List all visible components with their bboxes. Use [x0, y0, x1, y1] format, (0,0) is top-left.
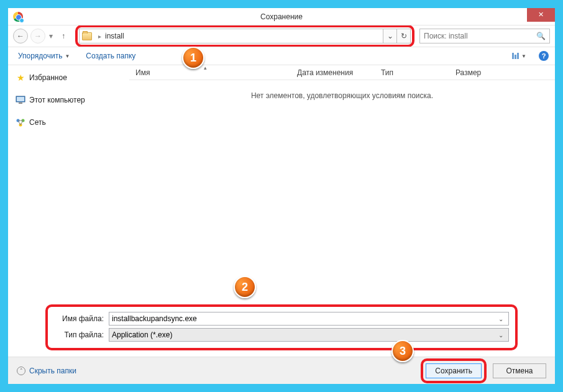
- sidebar-item-label: Избранное: [29, 73, 67, 82]
- chevron-down-icon[interactable]: ⌄: [496, 316, 506, 322]
- filename-value: installbackupandsync.exe: [112, 314, 197, 323]
- sidebar-item-label: Сеть: [29, 118, 46, 127]
- hide-folders-link[interactable]: ˄ Скрыть папки: [17, 367, 76, 375]
- computer-icon: [16, 95, 25, 105]
- view-icon: [512, 53, 519, 59]
- filetype-value: Application (*.exe): [112, 330, 172, 339]
- bottom-panel: Имя файла: installbackupandsync.exe ⌄ Ти…: [8, 304, 555, 384]
- navigation-row: ← → ▾ ↑ ▸ install ⌄ ↻ 🔍: [8, 25, 555, 47]
- svg-rect-2: [19, 103, 22, 104]
- column-date[interactable]: Дата изменения: [291, 68, 375, 77]
- empty-list-message: Нет элементов, удовлетворяющих условиям …: [129, 80, 555, 111]
- sidebar-item-favorites[interactable]: ★ Избранное: [14, 70, 123, 85]
- file-list-area: ▴ Имя Дата изменения Тип Размер Нет элем…: [129, 65, 555, 285]
- new-folder-button[interactable]: Создать папку: [82, 49, 139, 63]
- path-chevron-icon: ▸: [98, 33, 101, 40]
- save-dialog-window: 1 2 3 Сохранение ✕ ← → ▾ ↑ ▸ install ⌄ ↻…: [0, 0, 563, 392]
- save-button[interactable]: Сохранить: [426, 363, 482, 378]
- sort-arrow-icon: ▴: [204, 65, 207, 71]
- search-icon[interactable]: 🔍: [536, 32, 546, 40]
- nav-dropdown[interactable]: ▾: [48, 32, 54, 40]
- back-button[interactable]: ←: [13, 29, 28, 43]
- folder-icon: [82, 32, 92, 40]
- view-menu[interactable]: ▼: [508, 50, 530, 62]
- filename-highlight: Имя файла: installbackupandsync.exe ⌄ Ти…: [45, 304, 518, 350]
- filename-label: Имя файла:: [54, 314, 109, 323]
- organize-menu[interactable]: Упорядочить▼: [14, 49, 73, 63]
- cancel-button[interactable]: Отмена: [493, 363, 546, 378]
- callout-2: 2: [234, 276, 256, 298]
- toolbar: Упорядочить▼ Создать папку ▼ ?: [8, 47, 555, 65]
- footer: ˄ Скрыть папки Сохранить Отмена: [8, 357, 555, 384]
- filetype-select[interactable]: Application (*.exe) ⌄: [109, 328, 509, 342]
- column-size[interactable]: Размер: [449, 68, 499, 77]
- up-button[interactable]: ↑: [57, 29, 70, 43]
- forward-button[interactable]: →: [30, 29, 45, 43]
- titlebar: Сохранение ✕: [8, 8, 555, 25]
- filename-input[interactable]: installbackupandsync.exe ⌄: [109, 312, 509, 326]
- address-bar[interactable]: ▸ install: [79, 29, 383, 43]
- column-name[interactable]: Имя: [129, 68, 291, 77]
- network-icon: [16, 117, 25, 127]
- sidebar-item-thispc[interactable]: Этот компьютер: [14, 93, 123, 107]
- chevron-up-icon: ˄: [17, 367, 25, 375]
- filetype-label: Тип файла:: [54, 330, 109, 339]
- content-area: ★ Избранное Этот компьютер Сеть ▴ Имя Да…: [8, 65, 555, 285]
- address-dropdown[interactable]: ⌄: [383, 29, 397, 43]
- chevron-down-icon[interactable]: ⌄: [496, 332, 506, 339]
- sidebar: ★ Избранное Этот компьютер Сеть: [8, 65, 129, 285]
- svg-rect-1: [17, 97, 24, 101]
- chrome-icon: [13, 12, 23, 22]
- address-highlight: ▸ install ⌄ ↻: [75, 25, 414, 47]
- column-type[interactable]: Тип: [375, 68, 449, 77]
- callout-3: 3: [391, 340, 414, 362]
- star-icon: ★: [16, 73, 25, 83]
- address-path: install: [105, 32, 124, 40]
- sidebar-item-network[interactable]: Сеть: [14, 115, 123, 130]
- save-highlight: Сохранить: [421, 358, 487, 383]
- window-title: Сохранение: [260, 12, 303, 21]
- search-box[interactable]: 🔍: [419, 29, 550, 43]
- sidebar-item-label: Этот компьютер: [29, 96, 85, 104]
- refresh-button[interactable]: ↻: [397, 29, 411, 43]
- search-input[interactable]: [424, 32, 536, 40]
- help-button[interactable]: ?: [539, 51, 549, 61]
- close-button[interactable]: ✕: [527, 8, 555, 22]
- callout-1: 1: [182, 47, 204, 69]
